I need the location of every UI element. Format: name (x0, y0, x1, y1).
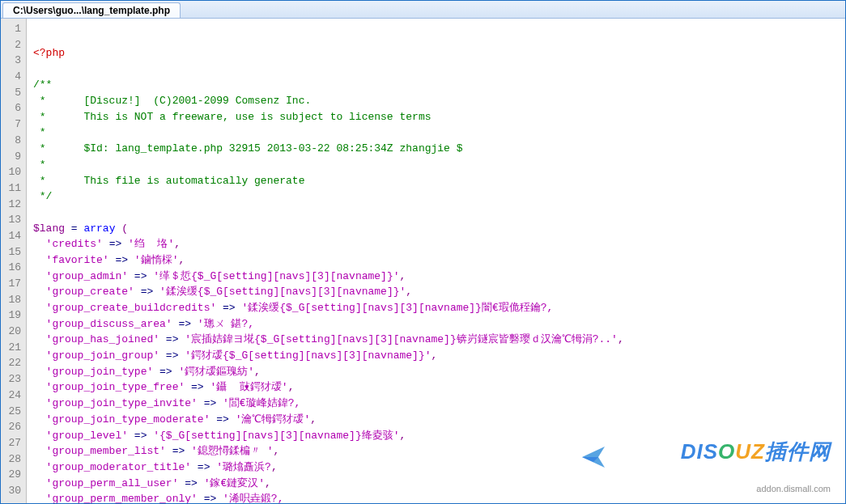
line-number: 19 (1, 307, 26, 324)
tab-bar: C:\Users\guo...\lang_template.php (1, 1, 845, 19)
code-line[interactable]: 'group_join_type_invite' => '閭€璇峰姞鍏?, (33, 396, 845, 412)
file-tab[interactable]: C:\Users\guo...\lang_template.php (2, 2, 181, 18)
code-line[interactable]: */ (33, 188, 845, 205)
line-number: 29 (1, 467, 26, 483)
line-number: 10 (1, 164, 26, 180)
line-number: 26 (1, 419, 26, 435)
watermark-url: addon.dismall.com (614, 485, 831, 493)
line-number: 15 (1, 244, 26, 260)
code-line[interactable]: * $Id: lang_template.php 32915 2013-03-2… (33, 141, 845, 157)
code-line[interactable]: 'group_join_type' => '鍔犲叆鏂瑰紡', (33, 364, 845, 380)
code-line[interactable] (33, 61, 845, 78)
line-number: 22 (1, 355, 26, 371)
watermark-brand: DISOUZ插件网 (614, 420, 831, 483)
code-line[interactable]: 'credits' => '绉 垎', (33, 236, 845, 252)
code-line[interactable]: 'group_join_group' => '鍔犲叆{$_G[setting][… (33, 348, 845, 364)
line-number: 23 (1, 371, 26, 388)
line-number: 17 (1, 276, 26, 292)
line-number: 30 (1, 483, 26, 499)
line-number: 1 (1, 21, 26, 37)
line-number: 11 (1, 180, 26, 197)
paper-plane-icon (580, 443, 609, 472)
code-line[interactable]: 'group_discuss_area' => '璁ㄨ 鍖?, (33, 316, 845, 332)
line-number: 14 (1, 228, 26, 244)
line-number: 6 (1, 100, 26, 116)
code-line[interactable]: * This is NOT a freeware, use is subject… (33, 109, 845, 125)
line-number: 12 (1, 197, 26, 213)
code-line[interactable]: 'group_admin' => '缂＄悊{$_G[setting][navs]… (33, 269, 845, 285)
line-number: 24 (1, 388, 26, 404)
editor: 1234567891011121314151617181920212223242… (1, 19, 845, 503)
line-number: 28 (1, 451, 26, 468)
line-number: 9 (1, 149, 26, 165)
line-number: 13 (1, 212, 26, 228)
code-line[interactable]: * [Discuz!] (C)2001-2099 Comsenz Inc. (33, 93, 845, 109)
line-number: 4 (1, 69, 26, 85)
code-line[interactable]: * (33, 157, 845, 173)
code-line[interactable] (33, 205, 845, 221)
line-number: 8 (1, 133, 26, 149)
code-line[interactable]: <?php (33, 45, 845, 61)
line-number: 3 (1, 53, 26, 69)
code-line[interactable]: * This file is automatically generate (33, 173, 845, 189)
code-area[interactable]: <?php/** * [Discuz!] (C)2001-2099 Comsen… (27, 19, 845, 503)
line-number: 27 (1, 435, 26, 451)
code-line[interactable]: 'group_join_type_free' => '鑷 敱鍔犲叆', (33, 379, 845, 396)
line-number-gutter: 1234567891011121314151617181920212223242… (1, 19, 27, 503)
code-line[interactable]: /** (33, 77, 845, 93)
line-number: 7 (1, 116, 26, 133)
line-number: 2 (1, 37, 26, 53)
line-number: 20 (1, 324, 26, 340)
line-number: 16 (1, 260, 26, 276)
line-number: 18 (1, 292, 26, 308)
code-line[interactable]: 'group_create' => '鍒涘缓{$_G[setting][navs… (33, 284, 845, 300)
code-line[interactable]: $lang = array ( (33, 221, 845, 237)
line-number: 25 (1, 404, 26, 420)
code-line[interactable]: 'group_create_buildcredits' => '鍒涘缓{$_G[… (33, 300, 845, 316)
code-line[interactable]: 'group_has_joined' => '宸插姞鍏ヨ埖{$_G[settin… (33, 332, 845, 348)
code-line[interactable]: * (33, 125, 845, 141)
line-number: 21 (1, 340, 26, 356)
line-number: 5 (1, 85, 26, 101)
code-line[interactable]: 'favorite' => '鏀惰棌', (33, 252, 845, 269)
watermark-logo: DISOUZ插件网 addon.dismall.com (580, 420, 831, 493)
